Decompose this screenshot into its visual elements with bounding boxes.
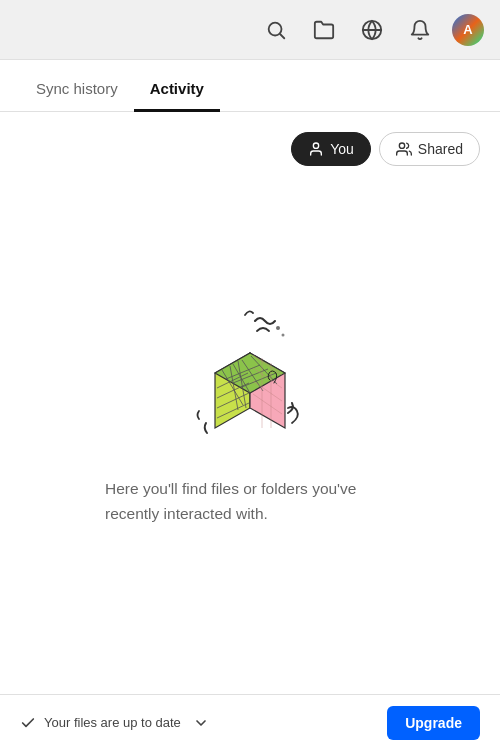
shared-icon [396, 141, 412, 157]
folder-icon[interactable] [308, 14, 340, 46]
svg-point-28 [276, 326, 280, 330]
shared-label: Shared [418, 141, 463, 157]
search-icon[interactable] [260, 14, 292, 46]
svg-point-0 [269, 22, 282, 35]
avatar[interactable]: A [452, 14, 484, 46]
empty-illustration [170, 293, 330, 453]
footer: Your files are up to date Upgrade [0, 694, 500, 750]
tab-sync-history[interactable]: Sync history [20, 68, 134, 112]
toggle-row: You Shared [291, 132, 480, 166]
svg-point-5 [399, 143, 404, 148]
person-icon [308, 141, 324, 157]
upgrade-button[interactable]: Upgrade [387, 706, 480, 740]
shared-toggle-button[interactable]: Shared [379, 132, 480, 166]
tab-activity[interactable]: Activity [134, 68, 220, 112]
empty-state: Here you'll find files or folders you've… [105, 186, 395, 674]
tab-bar: Sync history Activity [0, 60, 500, 112]
checkmark-icon [20, 715, 36, 731]
svg-point-29 [282, 334, 285, 337]
you-label: You [330, 141, 354, 157]
bell-icon[interactable] [404, 14, 436, 46]
sync-status: Your files are up to date [20, 715, 209, 731]
svg-line-1 [280, 34, 284, 38]
svg-point-4 [314, 143, 319, 148]
empty-state-text: Here you'll find files or folders you've… [105, 477, 395, 527]
chevron-down-icon[interactable] [193, 715, 209, 731]
globe-icon[interactable] [356, 14, 388, 46]
you-toggle-button[interactable]: You [291, 132, 371, 166]
main-content: You Shared [0, 112, 500, 694]
header: A [0, 0, 500, 60]
status-text: Your files are up to date [44, 715, 181, 730]
